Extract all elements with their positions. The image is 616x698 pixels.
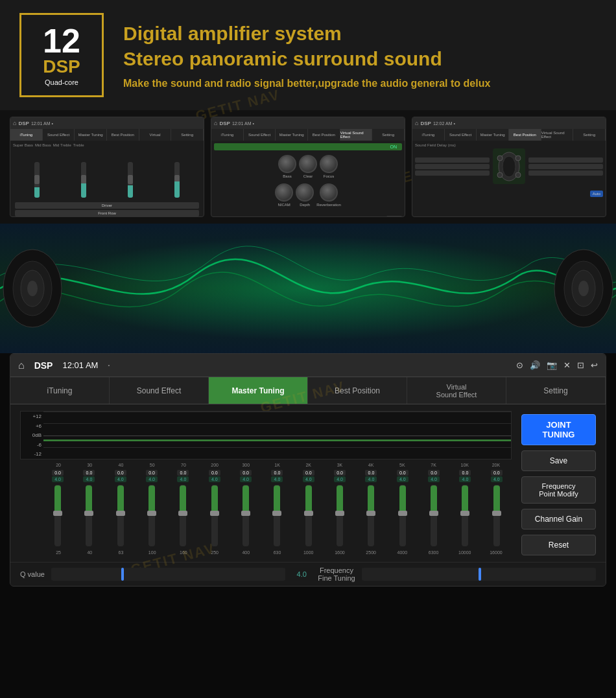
mini-tab-virtual[interactable]: Virtual [139, 129, 172, 141]
band-bot-val-8: 4.0 [303, 476, 314, 482]
mini-tab-bestpos[interactable]: Best Position [107, 129, 139, 141]
band-top-val-1: 0.0 [83, 470, 95, 476]
channel-gain-button[interactable]: Channel Gain [521, 509, 596, 529]
band-slider-5[interactable] [209, 483, 220, 548]
eq-band-5: 0.04.0 [200, 470, 230, 548]
mini-knob-clear[interactable] [299, 155, 317, 173]
band-thumb-2[interactable] [116, 511, 125, 516]
mini-tab2-virtual[interactable]: Virtual Sound Effect [340, 129, 373, 141]
band-thumb-9[interactable] [335, 511, 344, 516]
right-panel: JOINT TUNING Save Frequency Point Modify… [521, 411, 596, 555]
band-bot-val-9: 4.0 [334, 476, 346, 482]
mini-content-1: Super BassMid BassMid TrebleTreble Drive… [10, 141, 204, 217]
q-slider-thumb[interactable] [121, 568, 124, 581]
mini-btn-frontrow[interactable]: Front Row [15, 210, 199, 216]
mini-tab2-bestpos[interactable]: Best Position [308, 129, 340, 141]
freq-labels-bottom: 2540631001602504006301000160025004000630… [20, 550, 512, 555]
close-icon[interactable]: ✕ [563, 360, 571, 370]
mini-tab2-setting[interactable]: Setting [372, 129, 405, 141]
tab-bestposition[interactable]: Best Position [308, 377, 407, 404]
window-icon[interactable]: ⊡ [577, 360, 584, 370]
band-slider-0[interactable] [52, 483, 64, 548]
tab-ituning[interactable]: iTuning [10, 377, 110, 404]
dsp-subtitle: Quad-core [45, 78, 78, 86]
mini-tab2-soundeffect[interactable]: Sound Effect [244, 129, 276, 141]
band-slider-4[interactable] [177, 483, 189, 548]
band-thumb-4[interactable] [178, 511, 187, 516]
q-slider[interactable] [51, 568, 285, 581]
tab-mastertuning[interactable]: Master Tuning [209, 377, 308, 404]
band-thumb-10[interactable] [366, 511, 375, 516]
tab-soundeffect[interactable]: Sound Effect [110, 377, 209, 404]
mini-tab-soundeffect[interactable]: Sound Effect [43, 129, 75, 141]
band-top-val-14: 0.0 [491, 470, 503, 476]
band-thumb-12[interactable] [429, 511, 438, 516]
band-slider-7[interactable] [271, 483, 283, 548]
mini-tab3-mastertuning[interactable]: Master Tuning [477, 129, 509, 141]
eq-y-labels: +12 +6 0dB -6 -12 [21, 412, 43, 459]
mini-knob-reverb[interactable] [320, 183, 338, 202]
mini-tab3-ituning[interactable]: iTuning [412, 129, 445, 141]
mini-tab2-ituning[interactable]: iTuning [211, 129, 244, 141]
tab-setting[interactable]: Setting [506, 377, 606, 404]
mini-knob-bass[interactable] [278, 155, 296, 173]
band-slider-11[interactable] [397, 483, 409, 548]
freq-bottom-4000: 4000 [386, 550, 418, 555]
back-icon[interactable]: ↩ [591, 360, 598, 370]
band-top-val-4: 0.0 [177, 470, 189, 476]
band-slider-9[interactable] [334, 483, 346, 548]
mini-app-3: DSP [420, 121, 431, 126]
tab-virtualsoundeffect[interactable]: Virtual Sound Effect [407, 377, 506, 404]
mini-knob-focus[interactable] [320, 155, 338, 173]
band-thumb-14[interactable] [492, 511, 501, 516]
band-bot-val-12: 4.0 [428, 476, 440, 482]
mini-tab3-soundeffect[interactable]: Sound Effect [445, 129, 477, 141]
band-slider-3[interactable] [146, 483, 158, 548]
band-slider-2[interactable] [115, 483, 126, 548]
band-slider-12[interactable] [428, 483, 440, 548]
band-thumb-3[interactable] [147, 511, 156, 516]
y-label-n12: -12 [23, 451, 41, 457]
band-thumb-11[interactable] [398, 511, 407, 516]
home-icon[interactable]: ⌂ [18, 360, 25, 371]
mini-time-2: 12:01 AM • [232, 121, 254, 126]
mini-tab-mastertuning[interactable]: Master Tuning [75, 129, 107, 141]
freq-point-modify-button[interactable]: Frequency Point Modify [521, 476, 596, 504]
save-button[interactable]: Save [521, 450, 596, 471]
mini-knob-nicam[interactable] [275, 183, 293, 202]
band-slider-8[interactable] [303, 483, 314, 548]
mini-tab3-virtual[interactable]: Virtual Sound Effect [541, 129, 574, 141]
mini-tab-ituning[interactable]: iTuning [10, 129, 43, 141]
mini-knob-depth[interactable] [296, 183, 314, 202]
mini-btn-driver[interactable]: Driver [15, 202, 199, 209]
band-bot-val-10: 4.0 [365, 476, 377, 482]
band-thumb-0[interactable] [53, 511, 62, 516]
reset-button[interactable]: Reset [521, 535, 596, 555]
band-thumb-6[interactable] [241, 511, 250, 516]
band-slider-1[interactable] [83, 483, 95, 548]
band-thumb-13[interactable] [460, 511, 469, 516]
mini-tab3-setting[interactable]: Setting [573, 129, 606, 141]
mini-btn-auto[interactable]: Auto [590, 191, 603, 197]
mini-content-3: Sound Field Delay (ms) [412, 141, 606, 200]
mini-tab3-bestpos[interactable]: Best Position [509, 129, 541, 141]
joint-tuning-button[interactable]: JOINT TUNING [521, 414, 596, 445]
band-slider-14[interactable] [491, 483, 503, 548]
mini-tab2-mastertuning[interactable]: Master Tuning [276, 129, 308, 141]
mini-on-btn[interactable]: ON [214, 143, 402, 150]
y-label-n6: -6 [23, 442, 41, 448]
band-thumb-8[interactable] [304, 511, 313, 516]
band-slider-10[interactable] [365, 483, 377, 548]
band-thumb-5[interactable] [210, 511, 219, 516]
band-thumb-1[interactable] [84, 511, 93, 516]
eq-band-2: 0.04.0 [106, 470, 136, 548]
freq-fine-slider[interactable] [362, 568, 596, 581]
band-slider-6[interactable] [240, 483, 252, 548]
freq-fine-thumb[interactable] [479, 568, 481, 581]
freq-bottom-10000: 10000 [449, 550, 480, 555]
mini-tab-setting[interactable]: Setting [171, 129, 204, 141]
band-thumb-7[interactable] [272, 511, 281, 516]
band-slider-13[interactable] [459, 483, 471, 548]
dsp-header: ⌂ DSP 12:01 AM • ⊙ 🔊 📷 ✕ ⊡ ↩ [10, 354, 606, 377]
mini-btn-reset2[interactable]: Reset [386, 216, 402, 217]
